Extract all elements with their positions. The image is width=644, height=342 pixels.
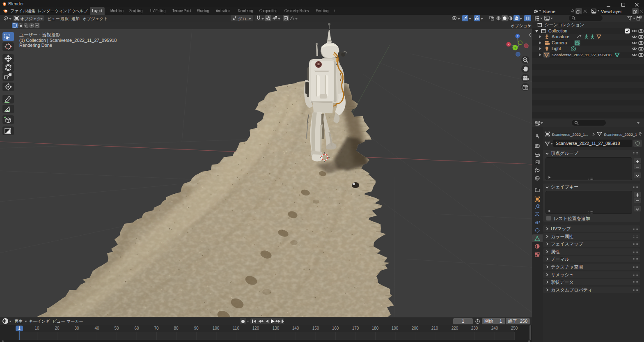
svg-text:Y: Y [514, 46, 516, 50]
svg-text:X: X [508, 43, 510, 46]
svg-text:Z: Z [517, 35, 519, 38]
